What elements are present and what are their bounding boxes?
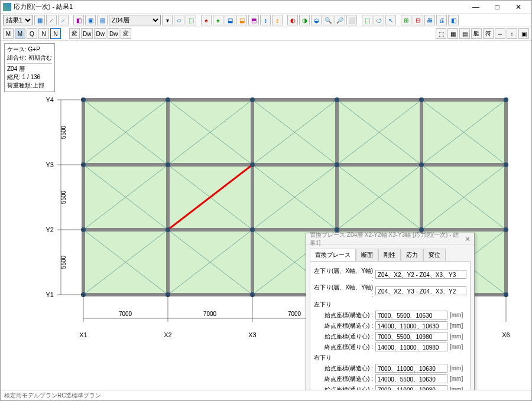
axis-x3: X3 [248, 331, 256, 338]
dialog-close-button[interactable]: ✕ [465, 235, 471, 243]
tool-icon[interactable]: ▱ [174, 15, 184, 25]
dim-y: 5500 [60, 125, 67, 139]
toggle-m[interactable]: M [3, 28, 14, 39]
close-button[interactable]: ✕ [508, 1, 529, 13]
tool-icon[interactable]: ◐ [287, 15, 298, 25]
tool-icon[interactable]: ◧ [73, 15, 84, 25]
cursor-icon[interactable]: ↖ [385, 15, 396, 25]
field-value: 7000、5500、10980 [375, 332, 447, 341]
tool-icon[interactable]: ▦ [34, 15, 45, 25]
field-label: 始点座標(通り心) : [314, 386, 373, 390]
tool-icon[interactable]: ▤ [459, 28, 470, 39]
title-bar: 応力図(一次) - 結果1 — □ ✕ [1, 1, 531, 14]
tab-stress[interactable]: 応力 [401, 249, 423, 261]
tool-icon[interactable]: ◑ [299, 15, 310, 25]
unit: [mm] [450, 365, 466, 371]
tool-icon[interactable]: ⬒ [248, 15, 259, 25]
dialog-title-bar[interactable]: 置換ブレース Z04層 X2-Y2軸 X3-Y3軸 [応力図(一次) - 結果1… [306, 233, 474, 245]
app-icon [3, 3, 11, 11]
print-icon[interactable]: 🖶 [424, 15, 435, 25]
toggle-dw[interactable]: Dw [108, 28, 119, 39]
tool-icon[interactable]: ⬚ [362, 15, 372, 25]
cursor-icon[interactable]: ⭯ [374, 15, 384, 25]
print-icon[interactable]: 🖨 [436, 15, 447, 25]
tab-disp[interactable]: 変位 [423, 249, 446, 261]
tab-stiffness[interactable]: 剛性 [378, 249, 401, 261]
minimize-button[interactable]: — [465, 1, 486, 13]
window-title: 応力図(一次) - 結果1 [14, 2, 465, 11]
tool-icon[interactable]: ⊞ [401, 15, 411, 25]
zoom-icon[interactable]: 🔍 [323, 15, 333, 25]
info-combo: 組合せ: 初期含む [7, 54, 52, 62]
toggle-fu[interactable]: 符 [483, 28, 494, 39]
tool-icon[interactable]: ⫿ [272, 15, 283, 25]
unit: [mm] [450, 344, 466, 350]
tab-brace[interactable]: 置換ブレース [310, 249, 356, 261]
tool-icon[interactable]: ⟋ [46, 15, 57, 25]
toggle-q[interactable]: Q [27, 28, 37, 39]
tool-icon[interactable]: ⊟ [413, 15, 423, 25]
field-label: 左下り(層、X軸、Y軸) : [314, 267, 373, 282]
toggle-hen2[interactable]: 変 [121, 28, 131, 39]
svg-point-47 [504, 97, 508, 102]
field-label: 終点座標(構造心) : [314, 375, 373, 383]
svg-point-56 [250, 227, 255, 232]
tool-icon[interactable]: ♠ [213, 15, 223, 25]
tool-icon[interactable]: ▣ [85, 15, 96, 25]
tool-icon[interactable]: ▦ [447, 28, 458, 39]
result-select[interactable]: 結果1 [3, 15, 33, 25]
tool-icon[interactable]: ▣ [518, 28, 529, 39]
toggle-m2[interactable]: M [15, 28, 25, 39]
toolbar-secondary: M M Q N N 変 Dw Dw Dw 変 ⬚ ▦ ▤ 艇 符 ↔ ↕ ▣ [1, 27, 531, 41]
unit: [mm] [450, 322, 466, 329]
tool-icon[interactable]: ⫿ [260, 15, 271, 25]
field-value: 14000、11000、10980 [375, 343, 447, 351]
toggle-n[interactable]: N [38, 28, 49, 39]
svg-point-50 [250, 162, 255, 167]
toggle-v[interactable]: ↕ [507, 28, 517, 39]
tool-icon[interactable]: ⬚ [186, 15, 196, 25]
tool-icon[interactable]: ♠ [201, 15, 212, 25]
field-value: 7000、11000、10980 [375, 385, 447, 390]
toggle-fune[interactable]: 艇 [471, 28, 482, 39]
tool-icon[interactable]: ◧ [448, 15, 459, 25]
dim-x: 7000 [203, 311, 217, 317]
dim-x: 7000 [288, 311, 301, 317]
tool-icon[interactable]: ⬓ [236, 15, 247, 25]
dim-x: 7000 [119, 311, 132, 317]
drawing-area[interactable]: ケース: G+P 組合せ: 初期含む Z04 層 縮尺: 1 / 136 荷重種… [1, 41, 531, 390]
tab-section[interactable]: 断面 [356, 249, 378, 261]
main-window: 応力図(一次) - 結果1 — □ ✕ 結果1 ▦ ⟋ ⟋ ◧ ▣ ▤ Z04層… [0, 0, 532, 401]
axis-y4: Y4 [46, 96, 54, 103]
field-label: 始点座標(通り心) : [314, 332, 373, 341]
dialog-tabs: 置換ブレース 断面 剛性 応力 変位 [306, 245, 474, 261]
tool-icon[interactable]: ▾ [162, 15, 173, 25]
properties-dialog[interactable]: 置換ブレース Z04層 X2-Y2軸 X3-Y3軸 [応力図(一次) - 結果1… [306, 233, 475, 390]
toggle-n2[interactable]: N [50, 28, 61, 39]
svg-point-51 [335, 162, 339, 167]
svg-point-53 [504, 162, 508, 167]
maximize-button[interactable]: □ [486, 1, 508, 13]
unit: [mm] [450, 386, 466, 390]
tool-icon[interactable]: ⬓ [225, 15, 235, 25]
unit: [mm] [450, 312, 466, 318]
tool-icon[interactable]: ▤ [97, 15, 108, 25]
toggle-dw[interactable]: Dw [94, 28, 106, 39]
group-right: 右下り [314, 354, 466, 362]
info-load: 荷重種類:上部 [7, 81, 52, 90]
field-value: 14000、5500、10630 [375, 374, 447, 383]
toolbar-primary: 結果1 ▦ ⟋ ⟋ ◧ ▣ ▤ Z04層 ▾ ▱ ⬚ ♠ ♠ ⬓ ⬓ ⬒ ⫿ ⫿… [1, 14, 531, 27]
field-value: 14000、11000、10630 [375, 321, 447, 330]
tool-icon[interactable]: ⬜ [346, 15, 357, 25]
floor-select[interactable]: Z04層 [109, 15, 161, 25]
tool-icon[interactable]: ⟋ [58, 15, 69, 25]
toggle-h[interactable]: ↔ [495, 28, 505, 39]
field-value: Z04、X2、Y3 - Z04、X3、Y2 [375, 286, 466, 295]
toggle-dw[interactable]: Dw [81, 28, 93, 39]
dialog-panel: 左下り(層、X軸、Y軸) :Z04、X2、Y2 - Z04、X3、Y3 右下り(… [310, 261, 471, 390]
tool-icon[interactable]: ⬚ [436, 28, 446, 39]
group-left: 左下り [314, 301, 466, 309]
zoom-icon[interactable]: 🔎 [335, 15, 345, 25]
toggle-hen[interactable]: 変 [69, 28, 80, 39]
tool-icon[interactable]: ◒ [311, 15, 322, 25]
